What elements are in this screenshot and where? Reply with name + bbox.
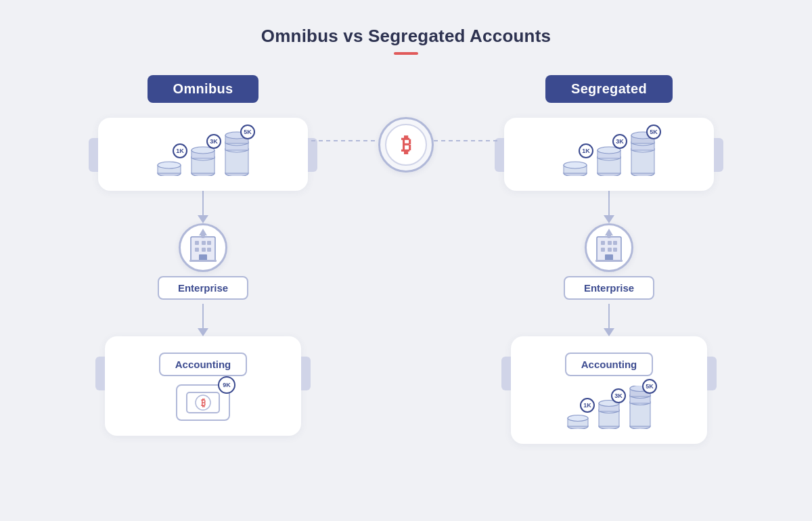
omnibus-line1 — [202, 191, 204, 215]
segregated-side: Segregated 1K 3K — [453, 75, 765, 444]
omnibus-accounting-box: Accounting — [159, 353, 248, 376]
segregated-coins-card: 1K 3K — [504, 118, 714, 191]
svg-point-2 — [158, 162, 181, 168]
segregated-acct-coin-1k: 1K — [565, 405, 591, 429]
svg-rect-46 — [608, 241, 612, 245]
segregated-acct-coin-badge-1k: 1K — [580, 398, 595, 413]
title-underline — [394, 52, 418, 55]
omnibus-enterprise-box: Enterprise — [158, 276, 248, 300]
svg-rect-47 — [613, 241, 617, 245]
diagram: Omnibus 1K 3K — [0, 75, 812, 444]
svg-rect-19 — [195, 248, 199, 252]
segregated-arrow1 — [604, 215, 614, 223]
omnibus-coins-card: 1K 3K — [98, 118, 308, 191]
omnibus-coin-1k: 1K — [155, 150, 183, 176]
svg-rect-21 — [207, 248, 211, 252]
omnibus-coin-badge-5k: 5K — [240, 124, 255, 139]
svg-rect-16 — [195, 241, 199, 245]
center-col: ₿ — [359, 75, 453, 173]
svg-point-57 — [568, 415, 588, 422]
omnibus-arrow2 — [198, 328, 208, 336]
segregated-coin-5k: 5K — [629, 131, 657, 176]
omnibus-header: Omnibus — [148, 75, 259, 103]
segregated-accounting-coins: 1K 3K — [565, 386, 653, 429]
omnibus-coin-5k: 5K — [223, 131, 251, 176]
omnibus-coin-badge-1k: 1K — [173, 143, 187, 158]
segregated-coins-row: 1K 3K — [561, 131, 657, 176]
svg-point-31 — [564, 162, 587, 168]
omnibus-coin-badge-3k: 3K — [206, 134, 221, 149]
svg-rect-20 — [202, 248, 206, 252]
svg-rect-50 — [613, 248, 617, 252]
svg-rect-64 — [630, 402, 650, 426]
segregated-acct-coin-badge-5k: 5K — [642, 379, 657, 394]
segregated-arrow2 — [604, 328, 614, 336]
segregated-accounting-box: Accounting — [565, 353, 654, 376]
segregated-acct-coin-badge-3k: 3K — [611, 388, 626, 403]
omnibus-side: Omnibus 1K 3K — [47, 75, 359, 436]
page-title: Omnibus vs Segregated Accounts — [261, 26, 551, 47]
segregated-enterprise-box: Enterprise — [564, 276, 654, 300]
omnibus-coins-row: 1K 3K — [155, 131, 251, 176]
svg-rect-48 — [601, 248, 605, 252]
omnibus-arrow1 — [198, 215, 208, 223]
segregated-header: Segregated — [545, 75, 673, 103]
btc-symbol: ₿ — [401, 133, 411, 156]
svg-rect-52 — [595, 260, 623, 262]
segregated-building-icon — [585, 223, 633, 272]
segregated-acct-coin-3k: 3K — [596, 395, 622, 429]
segregated-accounting-card: Accounting 1K 3K — [511, 336, 707, 444]
svg-rect-18 — [207, 241, 211, 245]
segregated-coin-badge-3k: 3K — [612, 134, 627, 149]
svg-text:₿: ₿ — [201, 397, 206, 408]
segregated-acct-coin-5k: 5K — [627, 386, 653, 429]
btc-inner: ₿ — [385, 124, 427, 166]
svg-marker-25 — [199, 229, 207, 235]
svg-rect-45 — [601, 241, 605, 245]
segregated-line2 — [608, 304, 610, 328]
segregated-coin-1k: 1K — [561, 150, 589, 176]
omnibus-btc-note-badge: 9K — [218, 376, 235, 394]
omnibus-line2 — [202, 304, 204, 328]
omnibus-building-icon — [179, 223, 227, 272]
segregated-coin-3k: 3K — [595, 141, 623, 176]
svg-rect-17 — [202, 241, 206, 245]
omnibus-accounting-card: Accounting 9K ₿ — [105, 336, 301, 436]
segregated-coin-badge-1k: 1K — [579, 143, 593, 158]
omnibus-coin-3k: 3K — [189, 141, 217, 176]
segregated-line1 — [608, 191, 610, 215]
svg-rect-23 — [189, 260, 217, 262]
segregated-coin-badge-5k: 5K — [646, 124, 661, 139]
omnibus-btc-note: 9K ₿ — [176, 384, 230, 421]
btc-center-circle: ₿ — [378, 117, 434, 173]
svg-marker-54 — [605, 229, 613, 235]
svg-rect-49 — [608, 248, 612, 252]
